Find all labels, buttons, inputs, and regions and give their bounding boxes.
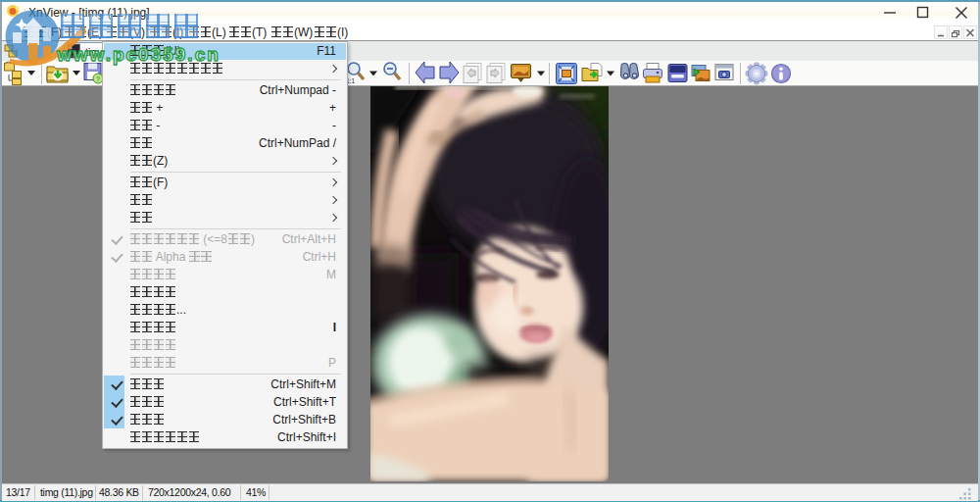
svg-text:?: ? bbox=[96, 75, 100, 82]
